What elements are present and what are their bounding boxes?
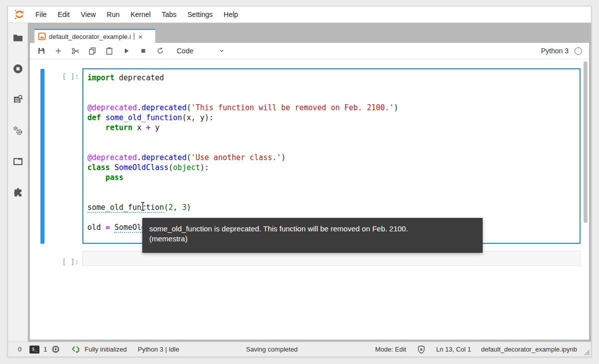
code-line — [87, 133, 576, 143]
cursor-position[interactable]: Ln 13, Col 1 — [436, 346, 471, 353]
tab-close-icon[interactable]: × — [138, 33, 143, 40]
terminal-icon[interactable]: $_ — [29, 346, 39, 354]
cell-prompt: [ ]: — [49, 72, 79, 80]
menu-run[interactable]: Run — [101, 7, 125, 22]
property-inspector-icon[interactable] — [12, 125, 24, 137]
code-token: SomeOldClass — [114, 163, 168, 172]
code-token: deprecated — [141, 103, 186, 112]
save-button[interactable] — [34, 44, 49, 57]
notebook-content: [ ]: import deprecated @deprecated.depre… — [30, 59, 589, 340]
run-icon — [122, 46, 131, 55]
stop-icon — [139, 46, 148, 55]
tab-bar: default_decorator_example.i × — [28, 23, 591, 43]
code-line — [87, 143, 576, 153]
code-token: ) — [394, 103, 398, 112]
scissors-icon — [71, 46, 80, 56]
code-line — [87, 93, 576, 103]
tooltip-line1: some_old_function is deprecated. This fu… — [149, 224, 476, 234]
menu-tabs[interactable]: Tabs — [156, 7, 182, 22]
interrupt-kernel-button[interactable] — [136, 44, 151, 57]
menu-bar: File Edit View Run Kernel Tabs Settings … — [8, 6, 591, 23]
code-line: @deprecated.deprecated('Use another clas… — [87, 153, 576, 163]
code-token: ( — [187, 103, 191, 112]
code-token: ): — [200, 163, 209, 172]
code-token: y — [150, 123, 159, 132]
notebook-tab[interactable]: default_decorator_example.i × — [34, 29, 155, 43]
code-token: some_old_function — [105, 113, 182, 122]
code-token: 'Use another class.' — [191, 153, 282, 162]
paste-icon — [105, 46, 114, 55]
chevron-down-icon — [219, 48, 225, 54]
paste-cells-button[interactable] — [102, 44, 117, 57]
code-line: import deprecated — [87, 73, 576, 83]
vertical-scrollbar[interactable] — [584, 61, 588, 223]
active-cell-collapser[interactable] — [40, 69, 44, 244]
code-token: x — [132, 123, 146, 132]
notebook-panel: Code Python 3 [ ]: import dep — [30, 43, 589, 340]
dock-panel: default_decorator_example.i × — [28, 23, 591, 342]
trust-shield-icon[interactable] — [416, 345, 426, 355]
code-token: pass — [105, 173, 123, 182]
saving-status: Saving completed — [246, 342, 298, 357]
lsp-status-text[interactable]: Fully initialized — [84, 346, 127, 353]
kernel-count[interactable]: 1 — [43, 346, 47, 353]
cell-type-dropdown[interactable]: Code — [175, 45, 227, 57]
resize-grip[interactable] — [583, 349, 590, 356]
running-kernels-icon[interactable] — [12, 63, 24, 75]
menu-edit[interactable]: Edit — [52, 7, 75, 22]
restart-icon — [156, 46, 165, 55]
code-token: 3 — [182, 203, 187, 212]
kernel-status-icon[interactable] — [575, 47, 582, 55]
file-browser-icon[interactable] — [12, 32, 24, 44]
code-token: 2 — [169, 203, 173, 212]
code-token — [87, 123, 105, 132]
kernel-name[interactable]: Python 3 — [541, 47, 569, 55]
code-token: class — [87, 163, 110, 172]
save-icon — [37, 46, 46, 55]
notebook-file-icon — [38, 32, 46, 40]
run-cell-button[interactable] — [119, 44, 134, 57]
code-token: object — [173, 163, 200, 172]
code-token: ) — [281, 153, 286, 162]
code-token: ( — [164, 203, 169, 212]
kernel-status-text[interactable]: Python 3 | Idle — [138, 346, 179, 353]
jupyterlab-window: File Edit View Run Kernel Tabs Settings … — [7, 6, 592, 357]
menu-view[interactable]: View — [75, 7, 101, 22]
empty-cell-editor[interactable] — [82, 251, 581, 266]
code-token: = — [105, 223, 110, 232]
insert-cell-button[interactable] — [51, 44, 66, 57]
code-token: ( — [187, 153, 191, 162]
code-token — [101, 113, 105, 122]
menu-help[interactable]: Help — [218, 7, 244, 22]
cut-cells-button[interactable] — [68, 44, 83, 57]
code-token: ) — [187, 203, 191, 212]
code-token — [87, 173, 105, 182]
code-line: class SomeOldClass(object): — [87, 163, 576, 173]
terminal-count[interactable]: 0 — [18, 346, 21, 353]
restart-kernel-button[interactable] — [153, 44, 168, 57]
code-token: @deprecated — [87, 103, 137, 112]
inspector-icon[interactable] — [12, 94, 24, 106]
extensions-icon[interactable] — [12, 186, 24, 198]
kernel-chip-icon[interactable] — [51, 345, 60, 354]
cell-type-value: Code — [177, 47, 193, 55]
tab-title: default_decorator_example.i — [49, 33, 131, 40]
code-token: some_old_function — [87, 203, 164, 213]
editor-mode[interactable]: Mode: Edit — [375, 346, 406, 353]
code-token: def — [87, 113, 101, 122]
code-line: def some_old_function(x, y): — [87, 113, 576, 123]
code-token: ( — [169, 163, 173, 172]
code-token: old — [87, 223, 105, 232]
menu-settings[interactable]: Settings — [182, 7, 219, 22]
code-token: deprecated — [141, 153, 186, 162]
text-cursor-icon — [140, 201, 146, 211]
left-sidebar — [8, 23, 28, 342]
menu-file[interactable]: File — [30, 7, 52, 22]
menu-kernel[interactable]: Kernel — [125, 7, 156, 22]
lsp-status-icon[interactable] — [71, 345, 81, 355]
copy-cells-button[interactable] — [85, 44, 100, 57]
code-line — [87, 83, 576, 93]
code-token: 'This function will be removed on Feb. 2… — [191, 103, 394, 112]
code-token: @deprecated — [87, 153, 137, 162]
open-tabs-icon[interactable] — [12, 156, 24, 168]
